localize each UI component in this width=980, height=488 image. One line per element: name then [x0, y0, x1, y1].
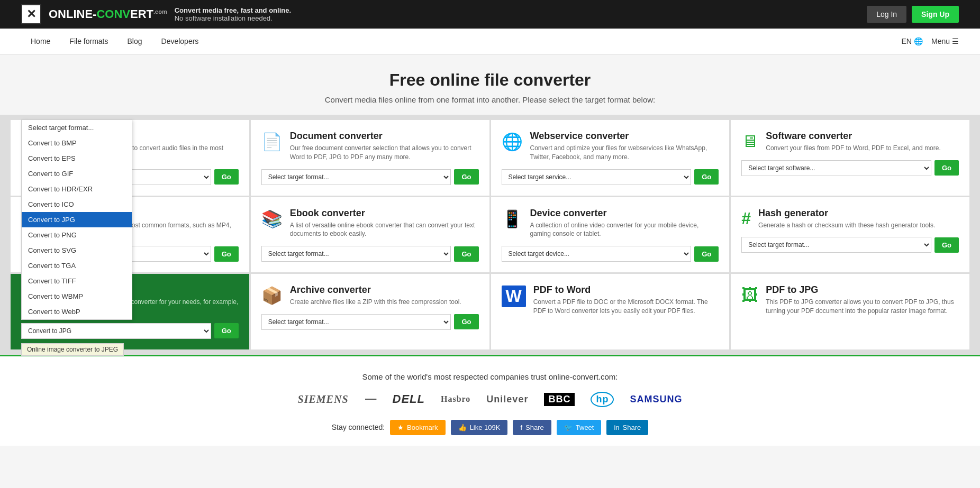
device-icon: 📱	[502, 209, 523, 229]
dropdown-item-eps[interactable]: Convert to EPS	[22, 151, 132, 166]
ebook-format-select[interactable]: Select target format...	[261, 246, 451, 262]
brand-hasbro: Hasbro	[441, 394, 470, 404]
pdf-jpg-card-header: 🖼 PDF to JPG This PDF to JPG converter a…	[741, 284, 959, 316]
globe-icon: 🌐	[914, 37, 923, 45]
language-button[interactable]: EN 🌐	[902, 37, 923, 45]
nav-file-formats[interactable]: File formats	[60, 29, 117, 54]
brand-hp: hp	[591, 392, 614, 407]
dropdown-item-hdr[interactable]: Convert to HDR/EXR	[22, 181, 132, 197]
signup-button[interactable]: Sign Up	[912, 6, 959, 23]
login-button[interactable]: Log In	[867, 6, 906, 23]
webservice-go-button[interactable]: Go	[694, 169, 719, 185]
trust-title: Some of the world's most respected compa…	[11, 372, 969, 381]
device-format-select[interactable]: Select target device...	[502, 246, 692, 262]
document-card-controls: Select target format... Go	[261, 169, 479, 185]
webservice-card-header: 🌐 Webservice converter Convert and optim…	[502, 131, 719, 162]
logo-text: ONLINE-CONVERT.com	[49, 7, 167, 21]
ebook-go-button[interactable]: Go	[454, 246, 478, 262]
share-fb-label: Share	[525, 423, 544, 431]
brand-unilever: Unilever	[486, 394, 528, 405]
brand-bbc: BBC	[544, 393, 575, 406]
like-label: Like 109K	[470, 423, 501, 431]
trust-section: Some of the world's most respected compa…	[0, 355, 980, 446]
software-card-header: 🖥 Software converter Convert your files …	[741, 131, 959, 153]
document-converter-card: 📄 Document converter Our free document c…	[251, 120, 489, 196]
linkedin-icon: in	[614, 423, 619, 431]
linkedin-share-button[interactable]: in Share	[606, 420, 648, 435]
hero-section: Free online file converter Convert media…	[0, 54, 980, 115]
dropdown-item-tiff[interactable]: Convert to TIFF	[22, 273, 132, 289]
archive-icon: 📦	[261, 286, 283, 306]
video-go-button[interactable]: Go	[214, 246, 239, 262]
brand-samsung: SAMSUNG	[630, 394, 682, 405]
tweet-button[interactable]: 🐦 Tweet	[557, 420, 602, 435]
software-go-button[interactable]: Go	[934, 160, 959, 176]
hash-icon: #	[741, 209, 751, 228]
bookmark-label: Bookmark	[407, 423, 438, 431]
tagline: Convert media free, fast and online. No …	[175, 6, 291, 22]
pdf-to-jpg-card: 🖼 PDF to JPG This PDF to JPG converter a…	[731, 274, 969, 349]
menu-label: Menu	[931, 37, 950, 45]
software-converter-card: 🖥 Software converter Convert your files …	[731, 120, 969, 196]
nav-home[interactable]: Home	[21, 29, 60, 54]
archive-card-title: Archive converter	[290, 284, 461, 296]
archive-card-desc: Create archive files like a ZIP with thi…	[290, 298, 461, 307]
document-card-header: 📄 Document converter Our free document c…	[261, 131, 479, 162]
tweet-label: Tweet	[576, 423, 594, 431]
ebook-card-desc: A list of versatile online ebook convert…	[290, 221, 479, 239]
ebook-card-title: Ebook converter	[290, 208, 479, 219]
dropdown-item-bmp[interactable]: Convert to BMP	[22, 135, 132, 151]
twitter-icon: 🐦	[564, 423, 573, 431]
webservice-card-title: Webservice converter	[530, 131, 719, 142]
pdf-to-word-card: W PDF to Word Convert a PDF file to DOC …	[491, 274, 730, 349]
archive-go-button[interactable]: Go	[454, 314, 478, 329]
dropdown-item-tga[interactable]: Convert to TGA	[22, 258, 132, 273]
stay-connected: Stay connected: ★ Bookmark 👍 Like 109K f…	[11, 420, 969, 435]
document-go-button[interactable]: Go	[454, 169, 478, 185]
dropdown-item-gif[interactable]: Convert to GIF	[22, 166, 132, 181]
nav-right: EN 🌐 Menu ☰	[902, 37, 959, 45]
star-icon: ★	[397, 423, 404, 431]
facebook-share-button[interactable]: f Share	[513, 420, 551, 435]
device-go-button[interactable]: Go	[694, 246, 719, 262]
bookmark-button[interactable]: ★ Bookmark	[390, 420, 446, 435]
document-card-desc: Our free document converter selection th…	[290, 144, 479, 162]
device-card-desc: A collection of online video converter f…	[530, 221, 719, 239]
hash-card-desc: Generate a hash or checksum with these h…	[758, 221, 935, 230]
software-card-controls: Select target software... Go	[741, 160, 959, 176]
like-button[interactable]: 👍 Like 109K	[451, 420, 508, 435]
dropdown-item-svg[interactable]: Convert to SVG	[22, 243, 132, 258]
dropdown-item-jpg[interactable]: Convert to JPG	[22, 212, 132, 227]
nav-blog[interactable]: Blog	[117, 29, 151, 54]
dropdown-item-png[interactable]: Convert to PNG	[22, 227, 132, 243]
dropdown-item-webp[interactable]: Convert to WebP	[22, 304, 132, 319]
hash-format-select[interactable]: Select target format...	[741, 237, 931, 253]
dropdown-item-ico[interactable]: Convert to ICO	[22, 197, 132, 212]
hash-card-title: Hash generator	[758, 208, 935, 219]
brand-logos: SIEMENS ⸻ DELL Hasbro Unilever BBC hp SA…	[11, 392, 969, 407]
logo-area: ✕ ONLINE-CONVERT.com Convert media free,…	[21, 4, 291, 24]
lang-label: EN	[902, 37, 912, 45]
webservice-format-select[interactable]: Select target service...	[502, 169, 692, 185]
webservice-card-desc: Convert and optimize your files for webs…	[530, 144, 719, 162]
dropdown-item-placeholder[interactable]: Select target format...	[22, 120, 132, 135]
image-dropdown-menu: Select target format... Convert to BMP C…	[21, 119, 132, 320]
device-card-header: 📱 Device converter A collection of onlin…	[502, 208, 719, 239]
document-format-select[interactable]: Select target format...	[261, 169, 451, 185]
image-format-select[interactable]: Select target format... Convert to BMP C…	[21, 323, 211, 339]
menu-button[interactable]: Menu ☰	[931, 37, 959, 45]
hash-go-button[interactable]: Go	[934, 237, 959, 253]
archive-format-select[interactable]: Select target format...	[261, 314, 451, 330]
nav-developers[interactable]: Developers	[152, 29, 208, 54]
audio-go-button[interactable]: Go	[214, 169, 239, 185]
software-format-select[interactable]: Select target software...	[741, 160, 931, 176]
device-card-controls: Select target device... Go	[502, 246, 719, 262]
hero-subtitle: Convert media files online from one form…	[11, 95, 969, 104]
image-go-button[interactable]: Go	[214, 323, 239, 338]
device-card-title: Device converter	[530, 208, 719, 219]
software-icon: 🖥	[741, 132, 758, 151]
dropdown-item-wbmp[interactable]: Convert to WBMP	[22, 289, 132, 304]
share-li-label: Share	[623, 423, 641, 431]
archive-converter-card: 📦 Archive converter Create archive files…	[251, 274, 489, 349]
ebook-card-controls: Select target format... Go	[261, 246, 479, 262]
